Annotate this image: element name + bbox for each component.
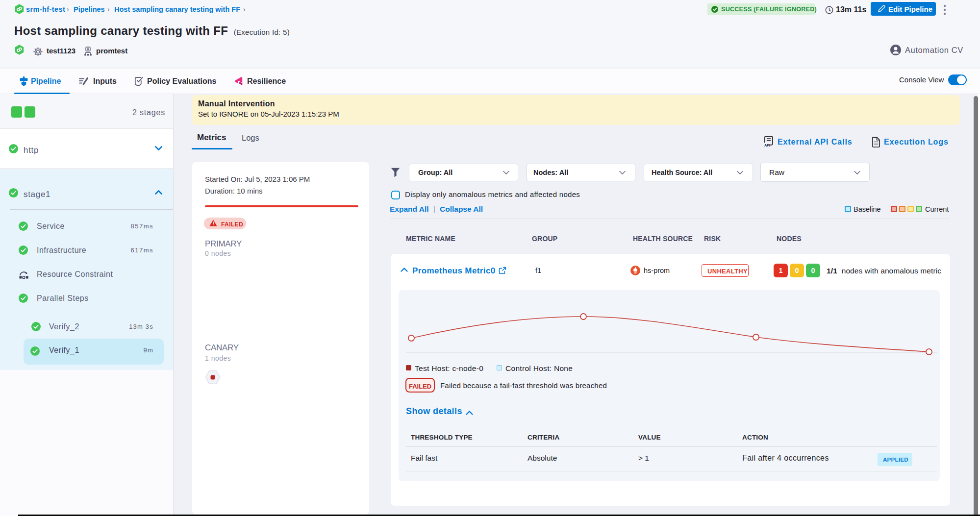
svg-text:API: API: [764, 143, 770, 147]
